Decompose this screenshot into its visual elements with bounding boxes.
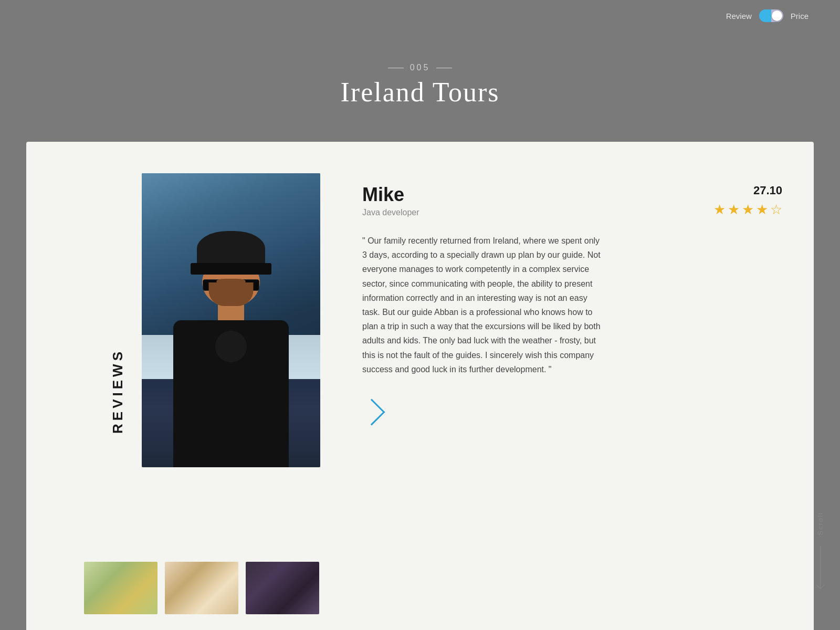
thumbnail-1[interactable] [84,562,158,614]
reviewer-role: Java developer [362,208,419,217]
toggle-knob [772,10,782,21]
page-title: Ireland Tours [0,77,840,108]
review-label: Review [726,12,752,20]
hero-number: 005 [0,63,840,72]
reviewer-header: Mike Java developer 27.10 ★ ★ ★ ★ ☆ [362,184,782,218]
star-1: ★ [713,202,726,218]
review-text: " Our family recently returned from Irel… [362,234,604,376]
review-date: 27.10 [713,184,782,197]
thumbnail-3[interactable] [246,562,319,614]
toggle-switch[interactable] [759,9,783,22]
dash-right [436,68,452,68]
star-4: ★ [756,202,768,218]
scroll-indicator: Scroll [816,512,824,588]
review-meta: 27.10 ★ ★ ★ ★ ☆ [713,184,782,218]
hero-section: 005 Ireland Tours [0,63,840,108]
scroll-label: Scroll [816,512,824,536]
hat [197,231,265,270]
card-content: REVIEWS [26,142,814,630]
reviews-label: REVIEWS [110,349,126,434]
star-rating: ★ ★ ★ ★ ☆ [713,202,782,218]
reviewer-name: Mike [362,184,419,206]
jacket [173,320,289,467]
photo-person [142,173,320,467]
person-body [173,257,289,467]
scroll-arrow-icon [820,546,821,588]
star-3: ★ [742,202,754,218]
price-label: Price [791,12,808,20]
main-photo [142,173,320,467]
dash-left [388,68,404,68]
header-bar: Review Price [0,0,840,32]
thumbnails-section [52,562,351,630]
photo-section [142,173,320,609]
chevron-right-icon [359,398,385,425]
beard [209,282,254,306]
star-2: ★ [728,202,740,218]
next-button[interactable] [362,403,782,424]
thumbnail-2[interactable] [165,562,238,614]
star-5: ☆ [770,202,782,218]
reviewer-info: Mike Java developer [362,184,419,217]
reviews-label-section: REVIEWS [58,173,142,609]
main-card: REVIEWS [26,142,814,630]
toggle-section: Review Price [726,9,808,22]
head [202,257,260,307]
review-section: Mike Java developer 27.10 ★ ★ ★ ★ ☆ " Ou… [320,173,782,609]
